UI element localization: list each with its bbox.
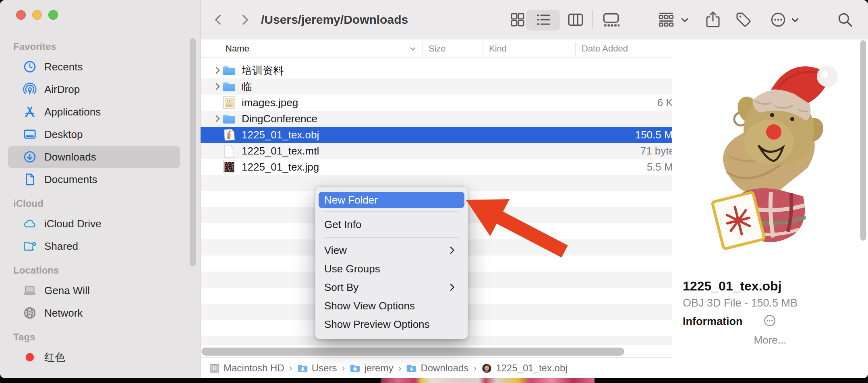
desktop-icon — [23, 127, 37, 142]
disclosure-chevron-icon[interactable] — [213, 82, 222, 91]
sidebar-item-label: Gena Will — [44, 284, 90, 297]
menu-item-label: Use Groups — [324, 263, 380, 275]
path-segment-downloads[interactable]: Downloads — [406, 362, 468, 374]
file-row-1225_01_tex.jpg[interactable]: 1225_01_tex.jpg5.5 MBJPEG imageToday at … — [201, 159, 672, 175]
file-size: 6 KB — [579, 97, 672, 109]
file-size: -- — [579, 80, 672, 93]
path-segment-1225_01_tex.obj[interactable]: 1225_01_tex.obj — [481, 362, 568, 374]
sidebar-item-recents[interactable]: Recents — [8, 56, 180, 78]
menu-item-get-info[interactable]: Get Info — [315, 215, 468, 234]
preview-file-name: 1225_01_tex.obj — [683, 279, 782, 294]
sidebar-item-红色[interactable]: 红色 — [8, 346, 180, 369]
disclosure-chevron-icon[interactable] — [213, 114, 222, 124]
icon-view-button[interactable] — [503, 0, 532, 39]
preview-more-link[interactable]: More... — [672, 334, 868, 346]
menu-item-show-preview-options[interactable]: Show Preview Options — [315, 315, 468, 334]
tag-button[interactable] — [731, 0, 756, 39]
list-view-button[interactable] — [529, 0, 557, 39]
file-name: 培训资料 — [242, 64, 284, 78]
ellipsis-circle-icon[interactable] — [763, 314, 777, 327]
sidebar-item-gena-will[interactable]: Gena Will — [8, 279, 180, 302]
sidebar-scrollbar[interactable] — [190, 38, 196, 266]
menu-item-view[interactable]: View — [315, 241, 468, 259]
horizontal-scrollbar[interactable] — [201, 348, 624, 356]
view-divider — [592, 10, 593, 29]
search-button[interactable] — [833, 0, 857, 39]
appstore-icon — [23, 105, 37, 119]
path-segment-macintosh-hd[interactable]: Macintosh HD — [209, 362, 284, 374]
forward-button[interactable] — [236, 0, 254, 39]
globe-icon — [23, 306, 37, 320]
group-by-chevron-icon[interactable] — [677, 0, 692, 39]
preview-file-kind-size: OBJ 3D File - 150.5 MB — [683, 297, 798, 309]
finder-window: FavoritesRecentsAirDropApplicationsDeskt… — [0, 0, 868, 378]
file-row-临[interactable]: 临--FolderJan 17, 2024 at 13: — [201, 78, 672, 95]
column-divider[interactable] — [483, 42, 483, 55]
menu-item-show-view-options[interactable]: Show View Options — [315, 297, 468, 315]
zoom-button[interactable] — [48, 10, 58, 20]
sidebar-item-applications[interactable]: Applications — [8, 101, 180, 123]
blank-doc-icon — [222, 144, 236, 158]
file-name: DingConference — [242, 113, 317, 125]
preview-information-label: Information — [683, 315, 743, 328]
sidebar-item-documents[interactable]: Documents — [8, 168, 180, 191]
menu-item-label: Show Preview Options — [324, 318, 430, 331]
minimize-button[interactable] — [32, 10, 42, 20]
sidebar-item-network[interactable]: Network — [8, 302, 180, 324]
sidebar-item-airdrop[interactable]: AirDrop — [8, 78, 180, 101]
more-actions-chevron-icon[interactable] — [788, 0, 802, 39]
preview-image-reindeer-doll — [688, 51, 852, 269]
obj-doc-icon — [222, 128, 236, 142]
file-size: 5.5 MB — [579, 161, 672, 173]
cloud-icon — [23, 216, 37, 231]
menu-item-new-folder[interactable]: New Folder — [319, 192, 464, 208]
disclosure-chevron-icon[interactable] — [213, 66, 222, 75]
clock-icon — [23, 60, 37, 74]
users-folder-icon — [297, 363, 308, 374]
menu-item-use-groups[interactable]: Use Groups — [315, 259, 468, 278]
file-name: 临 — [242, 80, 252, 94]
column-view-button[interactable] — [561, 0, 590, 39]
file-row-images.jpeg[interactable]: images.jpeg6 KBJPEG imageJan 25, 2024 at… — [201, 95, 672, 111]
file-row-1225_01_tex.mtl[interactable]: 1225_01_tex.mtl71 bytesDocumentToday at … — [201, 143, 672, 159]
column-header-name[interactable]: Name — [226, 39, 249, 58]
column-header-date-added[interactable]: Date Added — [582, 39, 628, 58]
sort-chevron-icon[interactable] — [409, 45, 416, 52]
share-button[interactable] — [702, 0, 724, 39]
sidebar-item-shared[interactable]: Shared — [8, 235, 180, 257]
sidebar-item-icloud-drive[interactable]: iCloud Drive — [8, 212, 180, 235]
path-separator-chevron: › — [398, 362, 401, 374]
menu-item-sort-by[interactable]: Sort By — [315, 278, 468, 297]
back-button[interactable] — [209, 0, 227, 39]
sidebar-item-label: AirDrop — [44, 83, 80, 96]
sidebar-item-label: Shared — [44, 240, 78, 253]
group-by-button[interactable] — [655, 0, 677, 39]
file-row-1225_01_tex.obj[interactable]: 1225_01_tex.obj150.5 MBOBJ 3D FileToday … — [201, 127, 672, 143]
path-separator-chevron: › — [289, 362, 292, 374]
column-divider[interactable] — [422, 42, 423, 55]
sidebar-item-label: Documents — [44, 173, 97, 186]
path-segment-users[interactable]: Users — [297, 362, 337, 374]
file-row-培训资料[interactable]: 培训资料--FolderNov 8, 2022 at 10: — [201, 62, 672, 78]
desktop-background-strip — [0, 378, 868, 383]
folder-icon — [222, 112, 236, 126]
gallery-view-button[interactable] — [595, 0, 627, 39]
file-size: -- — [579, 64, 672, 77]
column-header-kind[interactable]: Kind — [489, 39, 507, 58]
submenu-chevron-icon — [447, 282, 457, 292]
more-actions-button[interactable] — [768, 0, 789, 39]
preview-section-divider — [672, 302, 858, 302]
sidebar-item-downloads[interactable]: Downloads — [8, 146, 180, 168]
column-header-size[interactable]: Size — [429, 39, 446, 58]
sidebar-item-desktop[interactable]: Desktop — [8, 123, 180, 146]
file-name: 1225_01_tex.jpg — [242, 161, 319, 173]
sidebar: FavoritesRecentsAirDropApplicationsDeskt… — [0, 0, 201, 378]
vertical-scrollbar[interactable] — [860, 40, 866, 241]
path-segment-label: jeremy — [364, 362, 393, 374]
screen: FavoritesRecentsAirDropApplicationsDeskt… — [0, 0, 868, 383]
path-segment-jeremy[interactable]: jeremy — [350, 362, 393, 374]
close-button[interactable] — [16, 10, 26, 20]
file-row-DingConference[interactable]: DingConference--FolderJul 14, 2023 at 16… — [201, 111, 672, 127]
column-divider[interactable] — [575, 42, 576, 55]
airdrop-icon — [23, 82, 37, 97]
